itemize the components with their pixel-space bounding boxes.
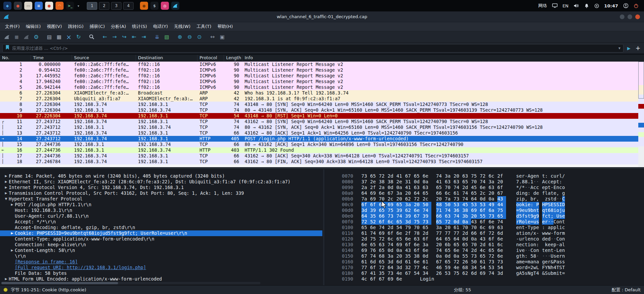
ascii-char[interactable]: t — [548, 213, 551, 219]
hex-byte[interactable]: 3d — [396, 265, 405, 270]
ascii-char[interactable]: 8 — [533, 253, 536, 259]
hex-byte[interactable]: 74 — [370, 253, 379, 259]
ascii-char[interactable]: s — [516, 173, 519, 179]
column-header-protocol[interactable]: Protocol — [198, 55, 224, 61]
column-header-length[interactable]: Length — [224, 55, 243, 61]
ascii-char[interactable]: c — [545, 179, 548, 185]
workspace-3[interactable]: 3 — [111, 2, 121, 10]
hex-byte[interactable]: 63 — [379, 242, 388, 248]
ascii-char[interactable]: e — [522, 259, 525, 265]
ascii-char[interactable]: d — [525, 265, 528, 270]
ascii-char[interactable]: i — [559, 225, 562, 230]
zoom-100-button[interactable]: ⊙ — [194, 32, 204, 41]
ascii-char[interactable]: o — [557, 219, 560, 225]
ascii-char[interactable]: · — [559, 196, 562, 202]
ascii-char[interactable]: e — [522, 208, 525, 213]
ascii-char[interactable]: : — [536, 242, 539, 248]
save-file-button[interactable]: ▦ — [54, 32, 64, 41]
hex-byte[interactable]: 45 — [462, 202, 471, 208]
hex-byte[interactable]: 65 — [436, 185, 445, 190]
hex-byte[interactable]: 2f — [497, 173, 506, 179]
ascii-char[interactable]: A — [519, 270, 522, 276]
ascii-char[interactable]: e — [562, 213, 565, 219]
apply-filter-button[interactable]: ▶ — [626, 46, 632, 51]
ascii-char[interactable]: = — [528, 265, 531, 270]
hex-byte[interactable]: 3d — [388, 259, 396, 265]
ascii-char[interactable]: o — [522, 219, 525, 225]
ascii-char[interactable] — [545, 225, 548, 230]
hex-byte[interactable]: 65 — [423, 190, 431, 196]
ascii-char[interactable]: * — [516, 185, 519, 190]
ascii-char[interactable]: s — [559, 259, 562, 265]
ascii-char[interactable] — [542, 196, 545, 202]
hex-byte[interactable]: 65 — [489, 248, 497, 253]
ascii-char[interactable]: d — [542, 236, 545, 242]
hex-byte[interactable]: 63 — [489, 185, 497, 190]
ascii-char[interactable]: e — [542, 185, 545, 190]
ascii-char[interactable]: d — [533, 190, 536, 196]
ascii-char[interactable]: r — [548, 259, 551, 265]
add-filter-button[interactable]: + — [634, 45, 642, 51]
hex-byte[interactable]: 65 — [436, 219, 445, 225]
ascii-char[interactable]: 1 — [531, 179, 534, 185]
hex-byte[interactable]: 0d — [423, 253, 431, 259]
ascii-char[interactable]: S — [559, 265, 562, 270]
hex-byte[interactable]: 73 — [471, 253, 480, 259]
ascii-char[interactable]: s — [536, 219, 539, 225]
ascii-char[interactable]: f — [542, 213, 545, 219]
status-profile[interactable]: 配置 : Default — [612, 287, 641, 293]
ascii-char[interactable]: b — [531, 208, 534, 213]
ascii-char[interactable]: o — [516, 202, 519, 208]
hex-byte[interactable]: 0a — [462, 219, 471, 225]
hex-byte[interactable]: 6f — [480, 208, 489, 213]
expand-arrow-icon[interactable]: ▶ — [3, 173, 9, 179]
hex-byte[interactable]: 2c — [388, 196, 396, 202]
detail-line[interactable]: ▶POST /login.php HTTP/1.1\r\n — [0, 202, 322, 208]
hex-byte[interactable]: 6e — [480, 185, 489, 190]
hex-byte[interactable]: 77 — [445, 230, 454, 236]
ascii-char[interactable]: t — [542, 173, 545, 179]
ascii-char[interactable]: s — [553, 253, 557, 259]
ascii-char[interactable]: C — [557, 236, 560, 242]
hex-byte[interactable]: 65 — [454, 242, 462, 248]
hex-byte[interactable]: 79 — [405, 225, 414, 230]
hex-byte[interactable]: 2f — [405, 230, 414, 236]
hex-byte[interactable]: 3a — [396, 190, 405, 196]
ascii-char[interactable]: S — [548, 202, 551, 208]
hex-byte[interactable]: 2e — [370, 179, 379, 185]
hex-byte[interactable]: 20 — [436, 196, 445, 202]
hex-byte[interactable]: 32 — [405, 265, 414, 270]
menu-analyze[interactable]: 分析(A) — [108, 22, 129, 31]
ascii-char[interactable] — [528, 253, 531, 259]
hex-byte[interactable]: 67 — [361, 270, 370, 276]
ascii-char[interactable]: / — [531, 230, 534, 236]
ascii-char[interactable]: : — [531, 202, 534, 208]
ascii-char[interactable]: w — [548, 230, 551, 236]
ascii-char[interactable]: z — [516, 196, 519, 202]
ascii-char[interactable]: 9 — [531, 213, 534, 219]
hex-byte[interactable]: 6b — [445, 242, 454, 248]
hex-byte[interactable]: 63 — [414, 236, 423, 242]
vertical-splitter[interactable] — [322, 169, 325, 285]
ascii-char[interactable]: l — [545, 190, 548, 196]
ascii-char[interactable]: P — [553, 259, 557, 265]
ascii-char[interactable]: - — [525, 225, 528, 230]
ascii-char[interactable]: C — [562, 196, 565, 202]
hex-byte[interactable]: 6f — [414, 248, 423, 253]
hex-byte[interactable]: 63 — [462, 173, 471, 179]
close-file-button[interactable]: × — [64, 32, 74, 41]
ascii-char[interactable]: . — [528, 179, 531, 185]
hex-byte[interactable]: 4c — [423, 265, 431, 270]
packet-row[interactable]: 927.226304192.168.3.1192.168.3.74TCP7480… — [0, 107, 638, 113]
hex-byte[interactable]: 77 — [436, 230, 445, 236]
ascii-char[interactable]: t — [536, 208, 539, 213]
ascii-char[interactable]: c — [551, 173, 554, 179]
ascii-char[interactable]: c — [536, 185, 539, 190]
hex-byte[interactable]: 41 — [396, 173, 405, 179]
hex-byte[interactable]: 62 — [462, 270, 471, 276]
detail-line[interactable]: \r\n — [0, 253, 322, 259]
ascii-char[interactable]: · — [545, 253, 548, 259]
ascii-char[interactable]: e — [545, 248, 548, 253]
ascii-char[interactable]: H — [542, 202, 545, 208]
ascii-char[interactable]: n — [559, 219, 562, 225]
